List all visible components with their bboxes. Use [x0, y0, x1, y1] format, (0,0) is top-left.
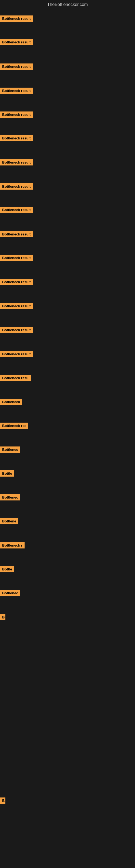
bottleneck-item[interactable]: Bottlenec	[0, 590, 20, 597]
bottleneck-item[interactable]: Bottleneck result	[0, 255, 33, 262]
bottleneck-item[interactable]: Bottleneck result	[0, 63, 33, 71]
bottleneck-item[interactable]: Bottleneck result	[0, 207, 33, 214]
bottleneck-badge: Bottlenec	[0, 494, 20, 500]
bottleneck-badge: Bottleneck result	[0, 351, 33, 357]
bottleneck-item[interactable]: Bottleneck result	[0, 303, 33, 310]
bottleneck-badge: Bottleneck r	[0, 542, 25, 549]
bottleneck-item[interactable]: Bottle	[0, 470, 14, 478]
bottleneck-item[interactable]: Bottleneck result	[0, 39, 33, 46]
bottleneck-item[interactable]: Bottleneck result	[0, 16, 33, 23]
bottleneck-badge: Bottle	[0, 566, 14, 572]
bottleneck-badge: Bottlene	[0, 518, 18, 524]
bottleneck-item[interactable]: Bottleneck result	[0, 351, 33, 358]
bottleneck-badge: Bottleneck result	[0, 112, 33, 118]
bottleneck-badge: Bottleneck result	[0, 88, 33, 94]
bottleneck-item[interactable]: Bottlene	[0, 518, 18, 525]
bottleneck-item[interactable]: Bottleneck	[0, 399, 22, 406]
bottleneck-badge: Bottleneck result	[0, 327, 33, 333]
bottleneck-badge: Bottleneck resu	[0, 375, 31, 381]
bottleneck-item[interactable]: Bottleneck result	[0, 159, 33, 166]
bottleneck-item[interactable]: B	[0, 614, 5, 621]
bottleneck-item[interactable]: Bottleneck result	[0, 183, 33, 191]
bottleneck-item[interactable]: Bottlenec	[0, 446, 20, 454]
bottleneck-item[interactable]: Bottleneck result	[0, 135, 33, 143]
bottleneck-badge: Bottleneck result	[0, 303, 33, 309]
bottleneck-item[interactable]: Bottleneck resu	[0, 375, 31, 382]
bottleneck-badge: B	[0, 798, 5, 804]
bottleneck-badge: Bottlenec	[0, 590, 20, 596]
bottleneck-item[interactable]: Bottleneck res	[0, 423, 28, 430]
bottleneck-badge: Bottleneck result	[0, 16, 33, 22]
bottleneck-badge: Bottleneck result	[0, 231, 33, 237]
bottleneck-badge: Bottleneck result	[0, 207, 33, 213]
bottleneck-item[interactable]: Bottleneck result	[0, 327, 33, 334]
bottleneck-item[interactable]: B	[0, 798, 5, 805]
bottleneck-item[interactable]: Bottleneck result	[0, 88, 33, 95]
bottleneck-item[interactable]: Bottleneck result	[0, 279, 33, 286]
bottleneck-badge: Bottleneck result	[0, 159, 33, 165]
bottleneck-item[interactable]: Bottleneck result	[0, 231, 33, 239]
bottleneck-item[interactable]: Bottleneck r	[0, 542, 25, 550]
bottleneck-badge: Bottleneck result	[0, 255, 33, 261]
bottleneck-badge: B	[0, 614, 5, 620]
bottleneck-badge: Bottlenec	[0, 446, 20, 453]
bottleneck-badge: Bottleneck result	[0, 63, 33, 70]
bottleneck-badge: Bottleneck result	[0, 279, 33, 285]
bottleneck-badge: Bottleneck res	[0, 423, 28, 429]
bottleneck-item[interactable]: Bottle	[0, 566, 14, 574]
site-title: TheBottlenecker.com	[0, 0, 135, 8]
bottleneck-badge: Bottleneck result	[0, 39, 33, 45]
bottleneck-item[interactable]: Bottlenec	[0, 494, 20, 501]
bottleneck-badge: Bottle	[0, 470, 14, 476]
bottleneck-badge: Bottleneck	[0, 399, 22, 405]
bottleneck-badge: Bottleneck result	[0, 183, 33, 190]
bottleneck-badge: Bottleneck result	[0, 135, 33, 141]
bottleneck-item[interactable]: Bottleneck result	[0, 112, 33, 119]
